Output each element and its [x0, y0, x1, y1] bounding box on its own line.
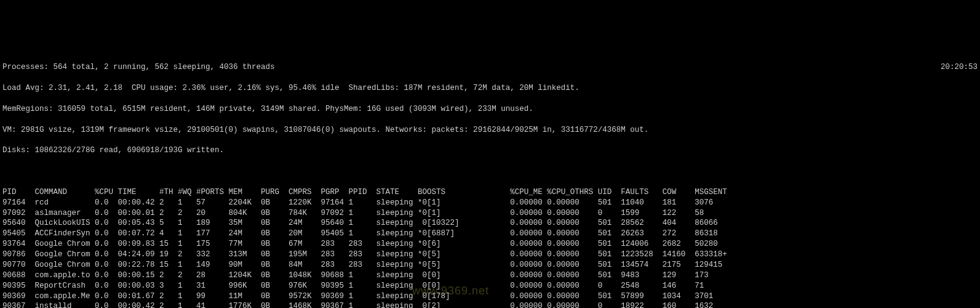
processes-line: Processes: 564 total, 2 running, 562 sle…	[2, 62, 275, 73]
disks-line: Disks: 10862326/278G read, 6906918/193G …	[2, 145, 978, 156]
process-row: 90367 installd 0.0 00:00.42 2 1 41 1776K…	[2, 301, 978, 308]
vm-line: VM: 2981G vsize, 1319M framework vsize, …	[2, 125, 978, 136]
process-row: 97164 rcd 0.0 00:00.42 2 1 57 2204K 0B 1…	[2, 198, 978, 208]
process-row: 90786 Google Chrom 0.0 04:24.09 19 2 332…	[2, 249, 978, 260]
process-row: 90688 com.apple.to 0.0 00:00.15 2 2 28 1…	[2, 270, 978, 281]
process-row: 90395 ReportCrash 0.0 00:00.03 3 1 31 99…	[2, 281, 978, 291]
process-row: 95640 QuickLookUIS 0.0 00:05.43 5 1 189 …	[2, 218, 978, 229]
process-table: PID COMMAND %CPU TIME #TH #WQ #PORTS MEM…	[2, 187, 978, 308]
process-row: 93764 Google Chrom 0.0 00:09.83 15 1 175…	[2, 239, 978, 249]
clock: 20:20:53	[941, 62, 978, 73]
terminal-screen[interactable]: Processes: 564 total, 2 running, 562 sle…	[0, 52, 980, 308]
load-line: Load Avg: 2.31, 2.41, 2.18 CPU usage: 2.…	[2, 83, 978, 94]
memreg-line: MemRegions: 316059 total, 6515M resident…	[2, 104, 978, 115]
process-row: 97092 aslmanager 0.0 00:00.01 2 2 20 804…	[2, 208, 978, 219]
blank-line	[2, 166, 978, 177]
process-row: 95405 ACCFinderSyn 0.0 00:07.72 4 1 177 …	[2, 229, 978, 239]
process-row: 90369 com.apple.Me 0.0 00:01.67 2 1 99 1…	[2, 291, 978, 302]
column-header-row: PID COMMAND %CPU TIME #TH #WQ #PORTS MEM…	[2, 187, 978, 198]
process-row: 90770 Google Chrom 0.0 00:22.78 15 1 149…	[2, 260, 978, 270]
